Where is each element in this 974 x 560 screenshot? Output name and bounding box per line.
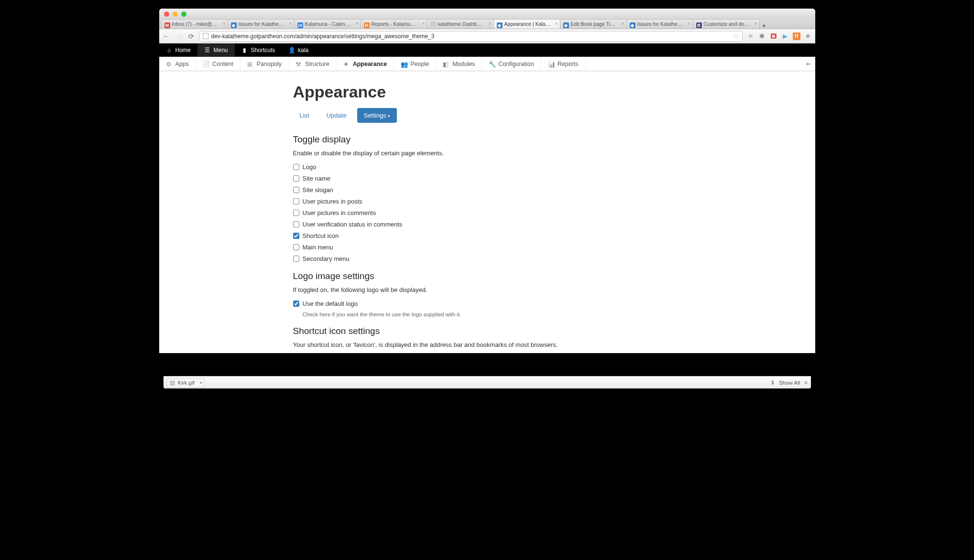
admin-menu-appearance[interactable]: ✦Appearance <box>337 57 394 71</box>
page-title: Appearance <box>293 83 676 101</box>
browser-tab[interactable]: MInbox (7) - mike@kalamu...× <box>161 19 228 29</box>
toggle-user-verification-status-in-comments[interactable]: User verification status in comments <box>293 221 676 228</box>
tab-close-icon[interactable]: × <box>755 21 757 26</box>
panopoly-icon: ⊞ <box>247 61 254 67</box>
browser-tab[interactable]: ◆Edit Book page Tips, Trick...× <box>560 19 627 29</box>
admin-menu-configuration[interactable]: 🔧Configuration <box>482 57 541 71</box>
browser-tab[interactable]: ◆Appearance | Kalatheme× <box>493 19 560 29</box>
tab-close-icon[interactable]: × <box>688 21 691 26</box>
download-menu-caret[interactable]: ▾ <box>200 380 202 385</box>
back-button[interactable]: ← <box>162 32 171 41</box>
admin-menu-label: Content <box>212 61 233 67</box>
toolbar-home-label: Home <box>175 47 191 54</box>
tab-list[interactable]: List <box>293 108 316 123</box>
use-default-logo-input[interactable] <box>293 301 299 307</box>
admin-menu-collapse[interactable]: ⇤ <box>803 60 815 67</box>
admin-menu-content[interactable]: 📄Content <box>196 57 241 71</box>
configuration-icon: 🔧 <box>489 61 495 67</box>
toggle-label: Logo <box>303 163 317 171</box>
toggle-checkbox[interactable] <box>293 244 299 250</box>
page-body: Appearance ListUpdateSettings ▾ Toggle d… <box>159 71 815 353</box>
toolbar-shortcuts[interactable]: ▮ Shortcuts <box>235 43 282 56</box>
tab-update[interactable]: Update <box>320 108 353 123</box>
use-default-logo-checkbox[interactable]: Use the default logo <box>293 300 676 307</box>
admin-menu-label: Apps <box>175 61 189 67</box>
admin-menu-reports[interactable]: 📊Reports <box>541 57 586 71</box>
admin-menu-label: Panopoly <box>257 61 282 67</box>
minimize-window-button[interactable] <box>173 11 178 17</box>
tab-close-icon[interactable]: × <box>622 21 624 26</box>
toggle-checkbox[interactable] <box>293 187 299 193</box>
admin-menu-apps[interactable]: ⚙Apps <box>159 57 197 71</box>
toggle-user-pictures-in-posts[interactable]: User pictures in posts <box>293 198 676 205</box>
download-item[interactable]: ▤ Kirk.gif ▾ <box>166 378 205 388</box>
toggle-checkbox[interactable] <box>293 175 299 182</box>
browser-tab[interactable]: HReports - Kalamuna, LLC...× <box>361 19 427 29</box>
content-icon: 📄 <box>203 61 209 67</box>
zoom-window-button[interactable] <box>181 11 186 17</box>
toolbar-home[interactable]: ⌂ Home <box>159 43 197 56</box>
toggle-main-menu[interactable]: Main menu <box>293 244 676 251</box>
admin-menu-structure[interactable]: ⚒Structure <box>289 57 337 71</box>
toggle-logo[interactable]: Logo <box>293 163 676 171</box>
tab-title: Issues for Kalatheme | Dr... <box>637 21 693 27</box>
extension-icon-1[interactable]: ❖ <box>746 32 755 41</box>
browser-tab[interactable]: 16Kalamuna - Calendar× <box>294 19 361 29</box>
extension-adblock-icon[interactable]: ▣ <box>769 32 778 41</box>
toggle-label: User pictures in comments <box>303 209 376 216</box>
admin-menu-people[interactable]: 👥People <box>394 57 436 71</box>
download-filename: Kirk.gif <box>178 380 195 386</box>
modules-icon: ◧ <box>443 61 449 67</box>
toggle-display-desc: Enable or disable the display of certain… <box>293 150 676 157</box>
page-icon <box>203 33 208 39</box>
toggle-shortcut-icon[interactable]: Shortcut icon <box>293 232 676 239</box>
people-icon: 👥 <box>401 61 407 67</box>
chrome-menu-button[interactable]: ≡ <box>804 32 812 41</box>
browser-tab[interactable]: kalatheme Dashboard | Pa...× <box>427 19 494 29</box>
show-all-downloads[interactable]: Show All <box>779 380 800 386</box>
admin-menu: ⚙Apps📄Content⊞Panopoly⚒Structure✦Appeara… <box>159 57 815 71</box>
toggle-site-name[interactable]: Site name <box>293 175 676 182</box>
reload-button[interactable]: ⟳ <box>187 32 196 41</box>
toggle-checkbox[interactable] <box>293 198 299 205</box>
toggle-site-slogan[interactable]: Site slogan <box>293 186 676 194</box>
tab-close-icon[interactable]: × <box>555 21 558 26</box>
admin-menu-label: Structure <box>305 61 329 67</box>
toggle-secondary-menu[interactable]: Secondary menu <box>293 255 676 262</box>
toolbar-user[interactable]: 👤 kala <box>282 43 315 56</box>
toggle-checkbox[interactable] <box>293 210 299 216</box>
toggle-user-pictures-in-comments[interactable]: User pictures in comments <box>293 209 676 216</box>
browser-tabstrip: MInbox (7) - mike@kalamu...×◆Issues for … <box>159 19 815 29</box>
tab-close-icon[interactable]: × <box>356 21 359 26</box>
browser-tab[interactable]: BCustomize and download× <box>693 19 760 29</box>
browser-tab[interactable]: ◆Issues for Kalatheme | Dr...× <box>228 19 295 29</box>
toggle-display-heading: Toggle display <box>293 134 676 145</box>
close-window-button[interactable] <box>164 11 169 17</box>
tab-close-icon[interactable]: × <box>422 21 425 26</box>
extension-play-icon[interactable]: ▶ <box>781 32 789 41</box>
tab-title: Appearance | Kalatheme <box>504 21 559 27</box>
new-tab-button[interactable]: ▸ <box>759 21 770 29</box>
admin-menu-modules[interactable]: ◧Modules <box>436 57 482 71</box>
use-default-logo-help: Check here if you want the theme to use … <box>303 312 676 317</box>
tab-close-icon[interactable]: × <box>489 21 492 26</box>
toggle-checkbox[interactable] <box>293 233 299 239</box>
admin-menu-panopoly[interactable]: ⊞Panopoly <box>241 57 289 71</box>
toggle-checkbox[interactable] <box>293 164 299 170</box>
settings-gear-icon[interactable]: ✻ <box>758 32 766 41</box>
tab-settings[interactable]: Settings ▾ <box>357 108 397 123</box>
toggle-label: Site name <box>303 175 331 182</box>
toggle-checkbox[interactable] <box>293 221 299 227</box>
close-downloads-bar[interactable]: × <box>804 379 808 387</box>
extension-harvest-icon[interactable]: H <box>792 32 801 41</box>
tab-close-icon[interactable]: × <box>289 21 292 26</box>
browser-toolbar: ← → ⟳ dev-kalatheme.gotpantheon.com/admi… <box>159 29 815 43</box>
forward-button[interactable]: → <box>175 32 183 41</box>
address-bar[interactable]: dev-kalatheme.gotpantheon.com/admin/appe… <box>199 31 743 42</box>
toggle-label: Secondary menu <box>303 255 350 262</box>
tab-close-icon[interactable]: × <box>223 21 226 26</box>
bookmark-star-icon[interactable]: ☆ <box>733 32 739 40</box>
browser-tab[interactable]: ◆Issues for Kalatheme | Dr...× <box>626 19 693 29</box>
toggle-checkbox[interactable] <box>293 256 299 262</box>
toolbar-menu[interactable]: ☰ Menu <box>197 43 235 56</box>
